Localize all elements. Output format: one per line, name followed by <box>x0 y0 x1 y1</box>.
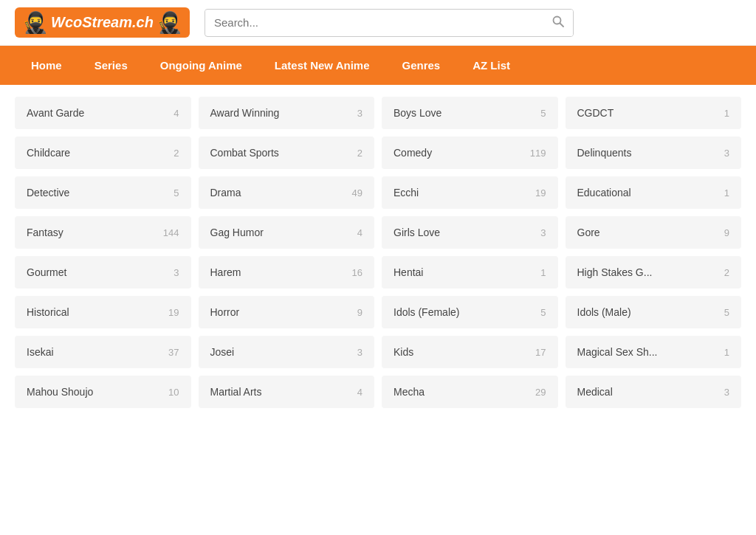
genre-item[interactable]: Kids17 <box>382 336 558 368</box>
genre-count: 4 <box>173 108 179 119</box>
genre-item[interactable]: Ecchi19 <box>382 176 558 209</box>
genre-item[interactable]: Idols (Male)5 <box>566 296 742 328</box>
nav-item-series[interactable]: Series <box>78 46 144 85</box>
logo-character-left: 🥷 <box>22 10 48 35</box>
genre-count: 5 <box>173 187 179 199</box>
genre-item[interactable]: Gourmet3 <box>15 256 191 289</box>
genre-count: 3 <box>724 148 729 159</box>
genre-count: 29 <box>535 387 546 398</box>
genre-item[interactable]: Comedy119 <box>382 137 558 169</box>
genre-item[interactable]: Medical3 <box>566 376 742 408</box>
genre-count: 19 <box>535 187 546 199</box>
genre-count: 19 <box>168 307 179 318</box>
search-input[interactable] <box>205 10 543 35</box>
genre-count: 2 <box>173 148 179 159</box>
genre-item[interactable]: Boys Love5 <box>382 97 558 129</box>
genre-name: Boys Love <box>394 107 441 119</box>
genre-count: 9 <box>724 227 729 238</box>
genre-item[interactable]: High Stakes G...2 <box>566 256 742 289</box>
genre-name: Fantasy <box>27 227 63 238</box>
nav-item-azlist[interactable]: AZ List <box>456 46 526 85</box>
genre-name: Comedy <box>394 147 432 159</box>
genre-count: 4 <box>357 387 362 398</box>
genre-item[interactable]: Combat Sports2 <box>199 137 375 169</box>
genre-count: 3 <box>540 227 546 238</box>
genre-item[interactable]: Hentai1 <box>382 256 558 289</box>
genre-name: CGDCT <box>577 107 614 119</box>
genre-name: Childcare <box>27 147 70 159</box>
genre-item[interactable]: Avant Garde4 <box>15 97 191 129</box>
genre-item[interactable]: Historical19 <box>15 296 191 328</box>
genre-count: 1 <box>724 108 729 119</box>
genre-name: Gourmet <box>27 266 66 278</box>
genre-item[interactable]: Martial Arts4 <box>199 376 375 408</box>
svg-line-1 <box>560 23 563 27</box>
genre-name: Girls Love <box>394 227 440 238</box>
genre-item[interactable]: Gag Humor4 <box>199 216 375 249</box>
genre-name: Idols (Male) <box>577 306 631 318</box>
genre-item[interactable]: Childcare2 <box>15 137 191 169</box>
main-nav: Home Series Ongoing Anime Latest New Ani… <box>0 46 756 85</box>
search-button[interactable] <box>543 10 573 36</box>
genre-count: 1 <box>540 267 546 278</box>
nav-item-latest[interactable]: Latest New Anime <box>258 46 386 85</box>
search-bar <box>205 9 574 37</box>
genre-count: 5 <box>724 307 729 318</box>
genre-name: Isekai <box>27 346 54 358</box>
genre-item[interactable]: Magical Sex Sh...1 <box>566 336 742 368</box>
genre-grid: Avant Garde4Award Winning3Boys Love5CGDC… <box>15 97 741 408</box>
genre-item[interactable]: Drama49 <box>199 176 375 209</box>
genre-name: Delinquents <box>577 147 632 159</box>
genre-count: 3 <box>357 108 362 119</box>
genre-item[interactable]: Mahou Shoujo10 <box>15 376 191 408</box>
genre-count: 49 <box>352 187 362 199</box>
genre-name: Educational <box>577 187 631 199</box>
nav-item-ongoing[interactable]: Ongoing Anime <box>144 46 258 85</box>
genre-name: Award Winning <box>210 107 280 119</box>
logo-character-right: 🥷 <box>157 10 182 35</box>
genre-count: 2 <box>724 267 729 278</box>
genre-item[interactable]: Idols (Female)5 <box>382 296 558 328</box>
genre-count: 1 <box>724 347 729 358</box>
genre-count: 16 <box>352 267 362 278</box>
genre-item[interactable]: Horror9 <box>199 296 375 328</box>
genre-count: 4 <box>357 227 362 238</box>
genre-count: 3 <box>357 347 362 358</box>
genre-count: 10 <box>168 387 179 398</box>
search-icon <box>552 15 564 27</box>
genre-count: 119 <box>530 148 546 159</box>
genre-name: Martial Arts <box>210 386 262 398</box>
genre-count: 2 <box>357 148 362 159</box>
genre-count: 5 <box>540 108 546 119</box>
genre-item[interactable]: Delinquents3 <box>566 137 742 169</box>
genre-name: Medical <box>577 386 613 398</box>
header: 🥷 WcoStream.ch 🥷 <box>0 0 756 46</box>
genre-name: Ecchi <box>394 187 419 199</box>
genre-name: Gore <box>577 227 600 238</box>
genre-item[interactable]: Educational1 <box>566 176 742 209</box>
genre-name: Detective <box>27 187 69 199</box>
genre-name: Mecha <box>394 386 425 398</box>
genre-item[interactable]: Josei3 <box>199 336 375 368</box>
genre-item[interactable]: Girls Love3 <box>382 216 558 249</box>
genre-name: Kids <box>394 346 413 358</box>
genre-name: Josei <box>210 346 235 358</box>
genre-item[interactable]: Isekai37 <box>15 336 191 368</box>
genre-item[interactable]: Harem16 <box>199 256 375 289</box>
genre-item[interactable]: Detective5 <box>15 176 191 209</box>
genre-item[interactable]: Mecha29 <box>382 376 558 408</box>
genre-item[interactable]: Gore9 <box>566 216 742 249</box>
genre-item[interactable]: CGDCT1 <box>566 97 742 129</box>
genre-name: Hentai <box>394 266 423 278</box>
genre-name: Harem <box>210 266 241 278</box>
nav-item-genres[interactable]: Genres <box>386 46 457 85</box>
genre-count: 3 <box>724 387 729 398</box>
nav-item-home[interactable]: Home <box>15 46 78 85</box>
genre-count: 1 <box>724 187 729 199</box>
genre-item[interactable]: Award Winning3 <box>199 97 375 129</box>
genre-name: Avant Garde <box>27 107 84 119</box>
genre-name: Combat Sports <box>210 147 279 159</box>
genre-item[interactable]: Fantasy144 <box>15 216 191 249</box>
genre-count: 5 <box>540 307 546 318</box>
logo[interactable]: 🥷 WcoStream.ch 🥷 <box>15 7 190 38</box>
